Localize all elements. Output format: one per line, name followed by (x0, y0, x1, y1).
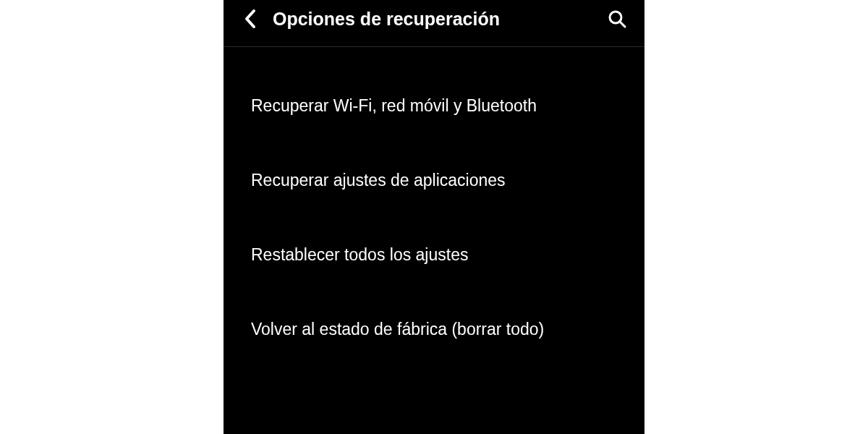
header: Opciones de recuperación (224, 0, 644, 47)
option-factory-reset[interactable]: Volver al estado de fábrica (borrar todo… (224, 292, 644, 367)
page-title: Opciones de recuperación (273, 9, 604, 30)
chevron-left-icon (244, 9, 258, 29)
svg-line-1 (620, 22, 625, 27)
option-label: Recuperar ajustes de aplicaciones (251, 171, 506, 190)
option-reset-apps[interactable]: Recuperar ajustes de aplicaciones (224, 143, 644, 218)
option-label: Volver al estado de fábrica (borrar todo… (251, 320, 544, 339)
search-icon (608, 9, 626, 28)
options-list: Recuperar Wi-Fi, red móvil y Bluetooth R… (224, 47, 644, 434)
option-reset-network[interactable]: Recuperar Wi-Fi, red móvil y Bluetooth (224, 69, 644, 143)
option-reset-all-settings[interactable]: Restablecer todos los ajustes (224, 218, 644, 292)
option-label: Recuperar Wi-Fi, red móvil y Bluetooth (251, 96, 537, 115)
back-button[interactable] (238, 6, 264, 32)
option-label: Restablecer todos los ajustes (251, 245, 468, 264)
search-button[interactable] (604, 6, 630, 32)
phone-screen: Opciones de recuperación Recuperar Wi-Fi… (224, 0, 644, 434)
